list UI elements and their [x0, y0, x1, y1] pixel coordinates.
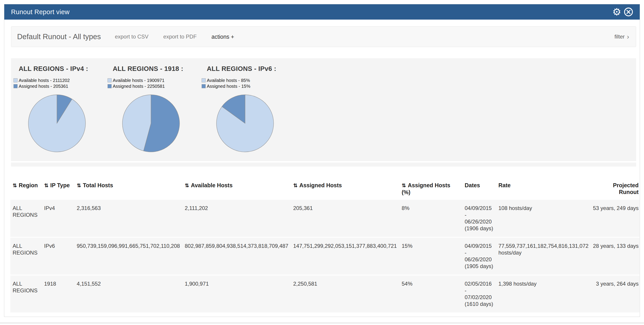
column-header-assigned-pct[interactable]: Assigned Hosts (%) — [402, 178, 465, 200]
chart-title: ALL REGIONS - IPv6 : — [207, 65, 301, 72]
cell-assigned-hosts: 147,751,299,292,053,151,377,883,400,721 — [293, 237, 402, 275]
cell-assigned-hosts: 2,250,581 — [293, 275, 402, 313]
cell-total-hosts: 4,151,552 — [77, 275, 185, 313]
table-row-1918: ALL REGIONS 1918 4,151,552 1,900,971 2,2… — [10, 275, 640, 313]
cell-assigned-pct: 8% — [402, 200, 465, 238]
cell-available-hosts: 2,111,202 — [185, 200, 293, 238]
date-separator: - — [465, 250, 494, 256]
chart-title: ALL REGIONS - IPv4 : — [19, 65, 113, 72]
cell-rate: 1,398 hosts/day — [498, 275, 593, 313]
column-header-available-hosts[interactable]: Available Hosts — [185, 178, 293, 200]
column-label: Available Hosts — [191, 182, 232, 188]
chevron-right-icon — [627, 33, 629, 40]
column-label: Assigned Hosts (%) — [402, 182, 450, 195]
column-header-ip-type[interactable]: IP Type — [44, 178, 77, 200]
runout-table: Region IP Type Total Hosts Available Hos… — [10, 178, 640, 313]
close-button[interactable] — [622, 6, 634, 18]
legend-item: Available hosts - 2111202 — [14, 78, 113, 83]
chart-1918: ALL REGIONS - 1918 : Available hosts - 1… — [113, 65, 207, 152]
actions-menu-button[interactable]: actions + — [212, 34, 234, 40]
cell-projected-runout: 28 years, 133 days — [593, 237, 640, 275]
date-start: 04/09/2015 — [465, 242, 494, 250]
legend-swatch-available — [202, 78, 206, 82]
sort-icon[interactable] — [12, 182, 17, 188]
chart-legend: Available hosts - 1900971 Assigned hosts… — [108, 78, 207, 89]
gear-icon — [612, 7, 621, 17]
date-end: 06/26/2020 — [465, 218, 494, 225]
export-pdf-link[interactable]: export to PDF — [163, 34, 197, 40]
cell-dates: 04/09/2015 - 06/26/2020 (1906 days) — [465, 200, 498, 238]
sort-icon[interactable] — [293, 182, 298, 188]
runout-report-window: Runout Report view Default Runout - All … — [4, 4, 640, 317]
column-header-total-hosts[interactable]: Total Hosts — [77, 178, 185, 200]
legend-label: Available hosts - 85% — [207, 78, 250, 83]
legend-item: Available hosts - 1900971 — [108, 78, 207, 83]
legend-item: Assigned hosts - 15% — [202, 83, 301, 89]
table-row-ipv4: ALL REGIONS IPv4 2,316,563 2,111,202 205… — [10, 200, 640, 238]
cell-dates: 04/09/2015 - 06/26/2020 (1905 days) — [465, 237, 498, 275]
pie-chart-ipv6 — [216, 94, 274, 152]
sort-icon[interactable] — [77, 182, 81, 188]
chart-legend: Available hosts - 2111202 Assigned hosts… — [14, 78, 113, 89]
column-header-assigned-hosts[interactable]: Assigned Hosts — [293, 178, 402, 200]
chart-ipv4: ALL REGIONS - IPv4 : Available hosts - 2… — [19, 65, 113, 152]
chart-legend: Available hosts - 85% Assigned hosts - 1… — [202, 78, 301, 89]
legend-item: Assigned hosts - 2250581 — [108, 83, 207, 89]
legend-label: Available hosts - 2111202 — [19, 78, 70, 83]
column-header-dates: Dates — [465, 178, 498, 200]
cell-region: ALL REGIONS — [10, 275, 44, 313]
date-separator: - — [465, 212, 494, 218]
charts-panel: ALL REGIONS - IPv4 : Available hosts - 2… — [11, 58, 636, 161]
cell-assigned-pct: 54% — [402, 275, 465, 313]
sort-icon[interactable] — [185, 182, 189, 188]
filter-toggle[interactable]: filter — [614, 33, 629, 40]
page-bottom-divider — [0, 323, 644, 323]
legend-label: Assigned hosts - 15% — [207, 84, 250, 89]
filter-label: filter — [614, 34, 625, 40]
legend-swatch-available — [14, 78, 18, 82]
sort-icon[interactable] — [402, 182, 406, 188]
report-title: Default Runout - All types — [17, 32, 101, 41]
legend-label: Available hosts - 1900971 — [113, 78, 164, 83]
date-end: 07/02/2020 — [465, 294, 494, 301]
column-label: Region — [19, 182, 38, 188]
settings-button[interactable] — [611, 6, 622, 18]
legend-swatch-assigned — [202, 84, 206, 88]
cell-ip-type: IPv4 — [44, 200, 77, 238]
cell-assigned-hosts: 205,361 — [293, 200, 402, 238]
column-label: Projected Runout — [613, 182, 638, 195]
table-row-ipv6: ALL REGIONS IPv6 950,739,159,096,991,665… — [10, 237, 640, 275]
cell-rate: 77,559,737,161,182,754,816,131,072 hosts… — [498, 237, 593, 275]
close-circle-icon — [624, 7, 633, 17]
column-label: Total Hosts — [83, 182, 113, 188]
date-days: (1610 days) — [465, 301, 494, 308]
legend-item: Assigned hosts - 205361 — [14, 83, 113, 89]
cell-total-hosts: 950,739,159,096,991,665,751,702,110,208 — [77, 237, 185, 275]
column-header-region[interactable]: Region — [10, 178, 44, 200]
legend-swatch-assigned — [108, 84, 112, 88]
legend-label: Assigned hosts - 2250581 — [113, 84, 165, 89]
cell-dates: 02/05/2016 - 07/02/2020 (1610 days) — [465, 275, 498, 313]
chart-ipv6: ALL REGIONS - IPv6 : Available hosts - 8… — [207, 65, 301, 152]
legend-item: Available hosts - 85% — [202, 78, 301, 83]
cell-available-hosts: 1,900,971 — [185, 275, 293, 313]
charts-panel-strip — [11, 162, 636, 166]
legend-swatch-available — [108, 78, 112, 82]
report-toolbar: Default Runout - All types export to CSV… — [11, 26, 636, 47]
export-csv-link[interactable]: export to CSV — [115, 34, 148, 40]
date-separator: - — [465, 287, 494, 294]
cell-ip-type: 1918 — [44, 275, 77, 313]
cell-assigned-pct: 15% — [402, 237, 465, 275]
cell-total-hosts: 2,316,563 — [77, 200, 185, 238]
column-label: Assigned Hosts — [299, 182, 342, 188]
cell-rate: 108 hosts/day — [498, 200, 593, 238]
sort-icon[interactable] — [44, 182, 48, 188]
pie-chart-ipv4 — [28, 94, 86, 152]
date-days: (1906 days) — [465, 225, 494, 232]
cell-available-hosts: 802,987,859,804,938,514,373,818,709,487 — [185, 237, 293, 275]
date-start: 04/09/2015 — [465, 205, 494, 212]
legend-swatch-assigned — [14, 84, 18, 88]
date-days: (1905 days) — [465, 263, 494, 270]
table-header-row: Region IP Type Total Hosts Available Hos… — [10, 178, 640, 200]
chart-title: ALL REGIONS - 1918 : — [113, 65, 207, 72]
